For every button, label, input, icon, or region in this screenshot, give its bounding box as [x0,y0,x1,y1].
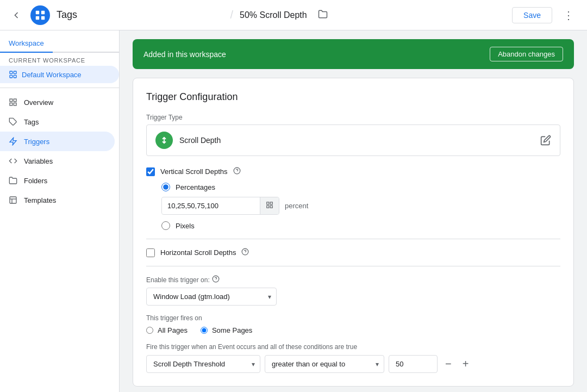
vertical-scroll-help-icon[interactable] [233,167,241,176]
help-circle-icon [233,167,241,175]
svg-rect-20 [267,202,269,204]
sidebar-item-label-triggers: Triggers [24,138,49,146]
svg-rect-0 [36,10,39,14]
vertical-scroll-checkbox[interactable] [146,167,155,176]
edit-icon[interactable] [540,135,551,146]
pixels-radio-row: Pixels [146,221,560,230]
sidebar-item-label-tags: Tags [24,118,39,126]
condition-col1-wrap: Scroll Depth Threshold [146,355,260,373]
triggers-icon [9,137,17,146]
percentages-input-wrap [161,197,279,215]
folder-icon [318,9,328,21]
scroll-depth-icon [159,135,169,145]
section-divider-1 [146,239,560,239]
help-circle-icon-3 [212,275,220,283]
svg-rect-7 [14,75,16,78]
sidebar-item-folders[interactable]: Folders [0,171,115,190]
all-pages-row: All Pages [146,326,188,334]
percentages-radio[interactable] [161,183,170,191]
enable-trigger-dropdown[interactable]: Window Load (gtm.load) [146,288,277,306]
add-condition-button[interactable]: + [459,356,472,372]
svg-rect-23 [270,206,272,208]
trigger-config-card: Trigger Configuration Trigger Type Scrol… [133,78,574,387]
svg-rect-10 [10,103,13,105]
pixels-label: Pixels [176,222,195,230]
sidebar-item-label-folders: Folders [24,177,47,185]
folders-icon [9,176,17,185]
workspace-tabs: Workspace [0,35,119,53]
fires-on-label: This trigger fires on [146,314,560,322]
main-content: Added in this workspace Abandon changes … [120,30,587,392]
condition-row: Scroll Depth Threshold greater than or e… [146,355,560,373]
trigger-icon-circle [155,132,173,149]
trigger-type-left: Scroll Depth [155,132,221,149]
abandon-changes-button[interactable]: Abandon changes [490,47,563,61]
topbar: Tags / 50% Scroll Depth Save ⋮ [0,0,587,30]
horizontal-scroll-checkbox[interactable] [146,248,155,257]
condition-value-input[interactable]: 50 [389,355,438,373]
sidebar-item-overview[interactable]: Overview [0,92,115,112]
svg-rect-11 [14,103,16,105]
sidebar-item-templates[interactable]: Templates [0,190,115,210]
enable-trigger-help-icon[interactable] [212,275,220,284]
percentages-label: Percentages [176,183,215,191]
all-pages-label: All Pages [158,326,188,334]
condition-col2-dropdown[interactable]: greater than or equal to [265,355,384,373]
main-layout: Workspace CURRENT WORKSPACE Default Work… [0,30,587,392]
vertical-scroll-checkbox-row: Vertical Scroll Depths [146,167,560,176]
default-workspace-item[interactable]: Default Workspace [0,66,119,83]
horizontal-scroll-label: Horizontal Scroll Depths [160,248,236,257]
svg-rect-5 [14,71,16,74]
variables-icon [9,157,17,165]
fire-condition-label: Fire this trigger when an Event occurs a… [146,343,560,351]
svg-marker-13 [10,138,16,145]
svg-rect-2 [36,16,39,19]
condition-col1-dropdown[interactable]: Scroll Depth Threshold [146,355,260,373]
help-circle-icon-2 [241,248,249,256]
svg-rect-9 [14,99,16,102]
trigger-type-label: Trigger Type [146,114,560,121]
svg-rect-22 [267,206,269,208]
sidebar-item-label-templates: Templates [24,196,56,204]
workspace-tab[interactable]: Workspace [0,35,53,53]
some-pages-label: Some Pages [212,326,252,334]
fires-on-section: This trigger fires on All Pages Some Pag… [146,314,560,334]
sidebar: Workspace CURRENT WORKSPACE Default Work… [0,30,120,392]
sidebar-item-tags[interactable]: Tags [0,112,115,132]
sidebar-item-label-variables: Variables [24,157,53,165]
sidebar-item-label-overview: Overview [24,98,53,107]
percentages-input[interactable] [162,198,260,214]
some-pages-row: Some Pages [201,326,252,334]
remove-condition-button[interactable]: − [442,356,455,372]
workspace-name: Default Workspace [22,71,82,79]
enable-trigger-dropdown-wrap: Window Load (gtm.load) [146,288,277,306]
fires-on-radios: All Pages Some Pages [146,326,560,334]
more-options-button[interactable]: ⋮ [559,7,578,24]
workspace-icon [9,70,17,79]
trigger-type-box[interactable]: Scroll Depth [146,125,560,156]
grid-icon [266,201,273,209]
sidebar-item-triggers[interactable]: Triggers [0,132,115,151]
percentages-radio-row: Percentages [146,183,560,191]
pixels-radio[interactable] [161,221,170,230]
svg-rect-4 [10,71,13,74]
templates-icon [9,196,17,204]
sidebar-item-variables[interactable]: Variables [0,151,115,171]
horizontal-scroll-help-icon[interactable] [241,248,249,257]
percentages-input-row: percent [146,197,560,215]
back-button[interactable] [9,8,24,23]
some-pages-radio[interactable] [201,327,208,334]
save-button[interactable]: Save [512,7,552,23]
percentages-input-icon[interactable] [260,197,279,214]
section-divider-2 [146,266,560,266]
condition-col2-wrap: greater than or equal to [265,355,384,373]
app-logo [30,5,50,25]
workspace-banner: Added in this workspace Abandon changes [133,39,574,69]
overview-icon [9,98,17,107]
svg-rect-14 [10,197,16,203]
percent-unit: percent [285,202,308,210]
all-pages-radio[interactable] [146,327,153,334]
current-workspace-label: CURRENT WORKSPACE [0,53,119,66]
topbar-divider: / [230,9,233,21]
page-title: 50% Scroll Depth [240,10,307,20]
